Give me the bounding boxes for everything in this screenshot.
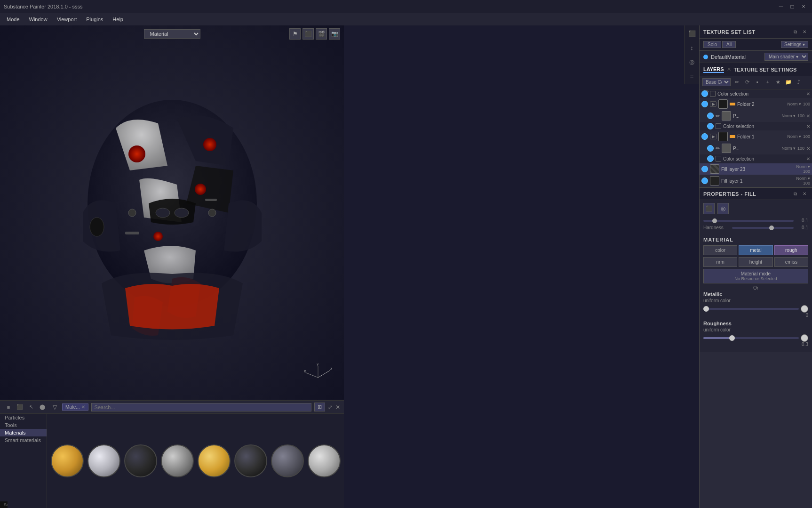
minimize-button[interactable]: ─	[776, 2, 786, 11]
search-input[interactable]	[91, 403, 311, 411]
mat-thumb-6[interactable]	[234, 444, 267, 477]
color-selection-row-1[interactable]: Color selection ✕	[700, 89, 812, 98]
metallic-color-dot[interactable]	[801, 305, 808, 313]
roughness-slider[interactable]	[703, 337, 799, 339]
shelf-item-smart-materials[interactable]: Smart materials	[0, 436, 47, 444]
menu-window[interactable]: Window	[24, 16, 52, 23]
paint-layer-2-row[interactable]: ✏ P... Norm ▾ 100 ✕	[700, 143, 812, 154]
menu-help[interactable]: Help	[108, 16, 128, 23]
texture-settings-btn[interactable]: Settings ▾	[781, 41, 808, 48]
mat-thumb-5[interactable]	[198, 444, 231, 477]
mat-btn-nrm[interactable]: nrm	[703, 257, 737, 267]
paint-2-close[interactable]: ✕	[806, 146, 810, 151]
shelf-item-tools[interactable]: Tools	[0, 421, 47, 429]
filter-icon-btn[interactable]: ▽	[50, 403, 59, 412]
layer-effects-btn[interactable]: ★	[774, 78, 782, 86]
mat-btn-color[interactable]: color	[703, 245, 737, 255]
grid-view-btn[interactable]: ⊞	[314, 403, 325, 411]
roughness-color-dot[interactable]	[801, 334, 808, 342]
texture-set-list-close-btn[interactable]: ✕	[801, 28, 808, 36]
side-icon-3[interactable]: ◎	[686, 56, 698, 68]
group-layers-btn[interactable]: 📁	[784, 78, 793, 86]
paint-tool-btn[interactable]: ✏	[732, 78, 741, 86]
folder-2-row[interactable]: ▶ Folder 2 Norm ▾ 100	[700, 98, 812, 110]
blend-mode-select[interactable]: Base Co ▾	[702, 78, 731, 86]
mat-thumb-4[interactable]	[161, 444, 194, 477]
mat-btn-metal[interactable]: metal	[739, 245, 772, 255]
tab-layers[interactable]: LAYERS	[703, 66, 724, 73]
color-selection-row-2[interactable]: Color selection ✕	[700, 122, 812, 131]
mat-thumb-3[interactable]	[124, 444, 157, 477]
texture-mode-btn[interactable]: ⬛	[703, 203, 715, 214]
material-mode-box[interactable]: Material mode No Resource Selected	[703, 269, 808, 283]
menu-mode[interactable]: Mode	[2, 16, 24, 23]
fill-layer-23-row[interactable]: Fill layer 23 Norm ▾ 100	[700, 163, 812, 175]
side-icon-4[interactable]: ≡	[686, 70, 698, 82]
shelf-btn-3[interactable]: ↖	[26, 403, 36, 412]
color-sel-close-3[interactable]: ✕	[806, 156, 810, 161]
menu-viewport[interactable]: Viewport	[52, 16, 82, 23]
procedural-mode-btn[interactable]: ◎	[717, 203, 729, 214]
export-layers-btn[interactable]: ⤴	[795, 78, 803, 86]
folder-1-blend[interactable]: Norm ▾	[787, 134, 801, 139]
tab-solo[interactable]: Solo	[703, 41, 721, 48]
menu-plugins[interactable]: Plugins	[81, 16, 108, 23]
fill-slider-1[interactable]	[703, 220, 794, 222]
mat-btn-rough[interactable]: rough	[774, 245, 808, 255]
maximize-button[interactable]: □	[788, 2, 797, 11]
metallic-slider[interactable]	[703, 308, 799, 310]
tab-texture-set-settings[interactable]: TEXTURE SET SETTINGS	[734, 67, 797, 73]
add-fill-btn[interactable]: ▪	[753, 78, 762, 86]
folder-expand-icon[interactable]: ▶	[710, 101, 716, 107]
shader-select[interactable]: Main shader ▾	[764, 53, 808, 61]
shelf-btn-4[interactable]: ⬤	[38, 403, 47, 412]
mat-thumb-8[interactable]	[308, 444, 341, 477]
paint-1-close[interactable]: ✕	[806, 113, 810, 119]
paint-2-blend[interactable]: Norm ▾	[781, 146, 796, 151]
shelf-item-particles[interactable]: Particles	[0, 414, 47, 421]
properties-close-btn[interactable]: ✕	[801, 190, 808, 198]
fill-1-opacity: 100	[803, 181, 810, 185]
viewport-material-dropdown-container: Material Roughness Metallic Base Color	[144, 29, 200, 39]
shelf-btn-1[interactable]: ≡	[4, 403, 13, 412]
properties-float-btn[interactable]: ⧉	[791, 190, 799, 198]
fill-slider-1-thumb	[712, 218, 717, 223]
paint-layer-1-row[interactable]: ✏ P... Norm ▾ 100 ✕	[700, 110, 812, 122]
filter-tag-label: Mate...	[65, 404, 80, 410]
mat-thumb-1[interactable]	[51, 444, 84, 477]
fill-1-blend[interactable]: Norm ▾	[796, 176, 811, 181]
close-button[interactable]: ×	[799, 2, 808, 11]
clone-tool-btn[interactable]: ⟳	[743, 78, 751, 86]
mat-thumb-2[interactable]	[88, 444, 120, 477]
bottom-panel-header: ≡ ⬛ ↖ ⬤ ▽ Mate... ✕ ⊞ ⤢ ✕	[0, 401, 344, 414]
add-layer-btn[interactable]: +	[764, 78, 772, 86]
mat-thumb-7[interactable]	[271, 444, 304, 477]
folder-2-blend[interactable]: Norm ▾	[787, 102, 801, 106]
folder-1-row[interactable]: ▶ Folder 1 Norm ▾ 100	[700, 131, 812, 143]
shelf-item-materials[interactable]: Materials	[0, 429, 47, 436]
fill-1-blend-opacity: Norm ▾ 100	[796, 176, 811, 185]
paint-1-blend[interactable]: Norm ▾	[781, 113, 796, 118]
texture-set-list-float-btn[interactable]: ⧉	[791, 28, 799, 36]
folder-1-expand-icon[interactable]: ▶	[710, 134, 716, 139]
properties-fill-controls: ⧉ ✕	[791, 190, 808, 198]
fill-layer-1-row[interactable]: Fill layer 1 Norm ▾ 100	[700, 175, 812, 187]
side-icon-2[interactable]: ↕	[686, 41, 698, 54]
main-viewport[interactable]: Material Roughness Metallic Base Color ⚑…	[0, 25, 344, 400]
color-sel-close-2[interactable]: ✕	[806, 124, 810, 129]
mat-btn-height[interactable]: height	[739, 257, 772, 267]
filter-tag-close[interactable]: ✕	[81, 404, 85, 410]
color-sel-close-1[interactable]: ✕	[806, 91, 810, 97]
material-dropdown[interactable]: Material Roughness Metallic Base Color	[144, 29, 200, 39]
hardness-slider[interactable]	[732, 227, 794, 229]
side-toolbar: ⬛ ↕ ◎ ≡	[684, 25, 699, 84]
mat-btn-emiss[interactable]: emiss	[774, 257, 808, 267]
color-selection-row-3[interactable]: Color selection ✕	[700, 154, 812, 163]
default-material-row[interactable]: DefaultMaterial Main shader ▾	[700, 51, 812, 63]
bottom-panel-expand-btn[interactable]: ⤢	[328, 404, 333, 411]
fill-23-blend[interactable]: Norm ▾	[796, 164, 811, 169]
shelf-btn-2[interactable]: ⬛	[15, 403, 24, 412]
side-icon-1[interactable]: ⬛	[686, 27, 698, 40]
bottom-panel-close-btn[interactable]: ✕	[335, 404, 340, 411]
tab-all[interactable]: All	[722, 41, 736, 48]
